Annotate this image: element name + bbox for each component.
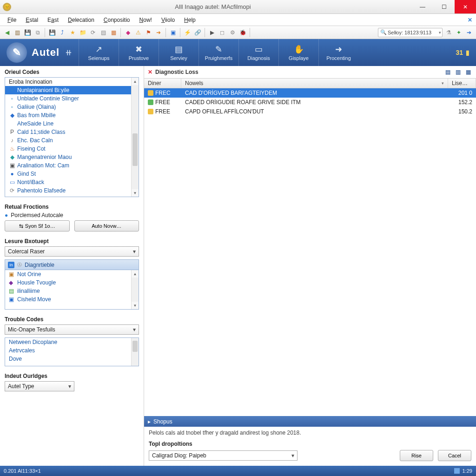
gear-icon[interactable]: ⚙: [228, 28, 237, 37]
menu-file[interactable]: File: [3, 16, 21, 24]
list-item[interactable]: ▣Not Orine: [5, 270, 139, 278]
menu-delecation[interactable]: Delecation: [63, 16, 99, 24]
sync-button[interactable]: ⇆Syon Sf 1o…: [5, 220, 70, 231]
cancel-button[interactable]: Cacel: [438, 450, 471, 461]
sort-icon[interactable]: ▾: [442, 81, 444, 86]
module-diagnosis[interactable]: ▭Diagnosis: [238, 39, 278, 66]
diag-list[interactable]: ▣Not Orine◆Housle Tvougle▤ilinalliime▣Ci…: [5, 270, 139, 310]
list-item[interactable]: ▭Nont/iBack: [5, 178, 139, 186]
trouble-scrollbar[interactable]: [131, 338, 139, 366]
nav-back-icon[interactable]: ◀: [3, 28, 11, 37]
save-icon[interactable]: 💾: [23, 28, 32, 37]
scroll-down-icon[interactable]: ▼: [132, 189, 139, 197]
codes-scrollbar[interactable]: ▲ ▼: [131, 78, 139, 197]
chart-icon[interactable]: ◆: [124, 28, 132, 37]
diag-tab[interactable]: In Ⓐ Diagnrtieble: [5, 259, 139, 270]
scroll-thumb[interactable]: [132, 341, 138, 352]
table-row[interactable]: FREECADED ORİIGUDIE ROAFE GRIVE SIDE ITM…: [144, 98, 476, 107]
bolt-icon[interactable]: ⚡: [183, 28, 192, 37]
panel-icon[interactable]: ▤: [99, 28, 107, 37]
list-item[interactable]: ♨Fiseing Cot: [5, 145, 139, 153]
disk-icon[interactable]: 💾: [48, 28, 56, 37]
close-tab-icon[interactable]: ✕: [468, 17, 472, 23]
list-item[interactable]: ♪Ehc. Đac Caln: [5, 136, 139, 145]
menu-help[interactable]: Help: [179, 16, 200, 24]
list-item[interactable]: ◆Mangenatrenior Maou: [5, 153, 139, 161]
notification-count[interactable]: 31 ▮: [456, 39, 476, 66]
list-item[interactable]: PCald 11;stide Class: [5, 128, 139, 136]
search-box[interactable]: 🔍 ▾: [378, 28, 443, 37]
close-button[interactable]: ✕: [455, 0, 476, 13]
diag-scrollbar[interactable]: ▲ ▼: [131, 270, 139, 309]
link-icon[interactable]: 🔗: [193, 28, 202, 37]
scroll-up-icon[interactable]: ▲: [132, 270, 139, 278]
col-nowels[interactable]: Nowels▾: [181, 79, 448, 88]
close-panel-icon[interactable]: ✕: [148, 69, 152, 75]
save-all-icon[interactable]: ⧉: [33, 28, 42, 37]
folder-open-icon[interactable]: 📁: [79, 28, 87, 37]
module-prustove[interactable]: ✖Prustove: [119, 39, 159, 66]
trouble-list[interactable]: Netween DicoplaneAetrvcalesDove: [5, 337, 139, 366]
minimize-button[interactable]: —: [412, 0, 433, 13]
export-icon[interactable]: ⤴: [58, 28, 66, 37]
flag-icon[interactable]: ⚑: [144, 28, 152, 37]
warn-icon[interactable]: ⚠: [134, 28, 142, 37]
codes-listbox[interactable]: Eroba Incinoation ▫Nunlapiranionl Bi:yil…: [5, 77, 139, 197]
ok-button[interactable]: Rise: [400, 450, 433, 461]
list-item[interactable]: ▣Aralination Mot: Cam: [5, 161, 139, 170]
menu-viiolo[interactable]: Viiolo: [157, 16, 179, 24]
menu-conpositio[interactable]: Conpositio: [99, 16, 135, 24]
grid-body[interactable]: FRECCAD D'ORİGVED BARl'AGTElYDEM201 0FRE…: [144, 88, 476, 416]
module-seienups[interactable]: ↗Seienups: [79, 39, 119, 66]
star-icon[interactable]: ★: [68, 28, 77, 37]
module-pruighmerfs[interactable]: ✎Pruighmerfs: [198, 39, 238, 66]
bug-icon[interactable]: 🐞: [238, 28, 247, 37]
drop-select[interactable]: Caligrad Diog: Paipeb: [149, 450, 298, 461]
list-item[interactable]: ●Gind St: [5, 170, 139, 178]
folder-icon[interactable]: ▥: [13, 28, 21, 37]
tool-3-icon[interactable]: ▦: [464, 68, 472, 76]
search-dropdown-icon[interactable]: ▾: [439, 30, 441, 35]
list-item[interactable]: ⟳Pahentolo Elafsede: [5, 186, 139, 195]
tool-2-icon[interactable]: ▥: [454, 68, 462, 76]
list-item[interactable]: ▤ilinalliime: [5, 287, 139, 295]
auto-button[interactable]: Auto Novw…: [74, 220, 139, 231]
menu-now[interactable]: Now!: [135, 16, 157, 24]
list-item[interactable]: ▫Galiiue (Olaina): [5, 103, 139, 111]
scroll-up-icon[interactable]: ▲: [132, 78, 139, 85]
module-gisplaye[interactable]: ✋Gisplaye: [278, 39, 318, 66]
col-diner[interactable]: Diner: [144, 79, 181, 88]
arrow-right-icon[interactable]: ➜: [154, 28, 163, 37]
tool-a-icon[interactable]: ⚗: [444, 28, 453, 37]
scroll-thumb[interactable]: [132, 133, 138, 166]
module-procenting[interactable]: ➜Procenting: [318, 39, 358, 66]
table-row[interactable]: FREECAPD OFIILEL AFFİLCON'DUT150.2: [144, 107, 476, 116]
list-item[interactable]: ▫Nunlapiranionl Bi:yile: [5, 86, 139, 94]
indent-dropdown[interactable]: Autel Type: [5, 381, 74, 391]
module-serviey[interactable]: ▤Serviey: [159, 39, 198, 66]
scroll-down-icon[interactable]: ▼: [132, 302, 139, 309]
list-item[interactable]: Dove: [5, 355, 139, 363]
stop-icon[interactable]: ◻: [218, 28, 226, 37]
refresh-icon[interactable]: ⟳: [89, 28, 97, 37]
list-item[interactable]: AheSaide Line: [5, 119, 139, 128]
menu-estal[interactable]: Estal: [21, 16, 43, 24]
list-item[interactable]: ▣Cisheld Move: [5, 295, 139, 304]
table-row[interactable]: FRECCAD D'ORİGVED BARl'AGTElYDEM201 0: [144, 88, 476, 98]
list-item[interactable]: Aetrvcales: [5, 346, 139, 355]
module-icon[interactable]: ▣: [169, 28, 177, 37]
play-icon[interactable]: ▶: [208, 28, 216, 37]
codes-header-row[interactable]: Eroba Incinoation: [5, 78, 139, 86]
list-item[interactable]: ◆Bas from Mbille: [5, 111, 139, 119]
list-item[interactable]: Netween Dicoplane: [5, 338, 139, 346]
list-item[interactable]: ▫Unblade Continie Slinger: [5, 94, 139, 103]
tool-1-icon[interactable]: ▤: [443, 68, 452, 76]
lesure-dropdown[interactable]: Colercal Raser: [5, 246, 139, 257]
col-lise[interactable]: Lise…: [448, 79, 476, 88]
maximize-button[interactable]: ☐: [433, 0, 455, 13]
list-item[interactable]: ◆Housle Tvougle: [5, 278, 139, 287]
tool-b-icon[interactable]: ✦: [455, 28, 463, 37]
next-icon[interactable]: ➔: [465, 28, 473, 37]
shapes-band[interactable]: ▸ Shopus: [144, 416, 476, 427]
trouble-dropdown[interactable]: Mic-Onape Tesfuils: [5, 324, 139, 335]
